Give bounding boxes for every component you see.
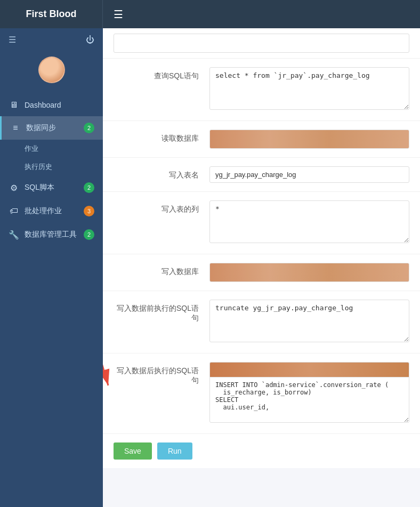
job-label: 作业 xyxy=(25,144,38,152)
label-post-write-sql: 写入数据后执行的SQL语句 xyxy=(114,362,209,385)
wrench-icon: 🔧 xyxy=(9,230,19,240)
button-row: Save Run xyxy=(103,434,420,468)
sidebar: ☰ ⏻ 🖥 Dashboard ≡ 数据同步 2 作业 执行历史 ⚙ SQL脚本… xyxy=(0,28,103,507)
form-row-pre-write-sql: 写入数据前执行的SQL语句 xyxy=(103,291,420,353)
brand-title: First Blood xyxy=(0,0,103,28)
sidebar-item-sql-script[interactable]: ⚙ SQL脚本 2 xyxy=(0,176,103,199)
form-row-query-sql: 查询SQL语句 xyxy=(103,59,420,121)
sidebar-item-data-sync[interactable]: ≡ 数据同步 2 xyxy=(0,116,103,140)
label-read-db: 读取数据库 xyxy=(114,130,209,143)
label-query-sql: 查询SQL语句 xyxy=(114,67,209,81)
sql-script-badge: 2 xyxy=(84,182,94,193)
save-button[interactable]: Save xyxy=(114,442,152,460)
post-write-sql-wrap: INSERT INTO `admin-service`.conversion_r… xyxy=(209,362,409,425)
form-row-write-table: 写入表名 xyxy=(103,158,420,192)
sidebar-item-label: 数据同步 xyxy=(26,123,84,133)
query-sql-input[interactable] xyxy=(209,67,409,110)
sync-icon: ≡ xyxy=(10,123,21,133)
sidebar-top-actions: ☰ ⏻ xyxy=(0,28,103,51)
partial-input-display xyxy=(114,34,409,53)
sidebar-item-label: 批处理作业 xyxy=(25,206,84,216)
data-sync-badge: 2 xyxy=(84,123,94,133)
tag-icon: 🏷 xyxy=(9,206,19,216)
exec-history-label: 执行历史 xyxy=(25,163,52,171)
form-row-read-db: 读取数据库 xyxy=(103,121,420,158)
label-write-db: 写入数据库 xyxy=(114,263,209,277)
query-sql-wrap xyxy=(209,67,409,112)
sidebar-item-label: SQL脚本 xyxy=(25,183,84,192)
sidebar-item-dashboard[interactable]: 🖥 Dashboard xyxy=(0,94,103,116)
sidebar-avatar xyxy=(0,51,103,94)
main-layout: ☰ ⏻ 🖥 Dashboard ≡ 数据同步 2 作业 执行历史 ⚙ SQL脚本… xyxy=(0,28,420,507)
write-db-masked[interactable] xyxy=(209,263,409,282)
read-db-masked[interactable] xyxy=(209,130,409,149)
sidebar-item-label: 数据库管理工具 xyxy=(25,230,84,239)
write-columns-wrap xyxy=(209,200,409,245)
sidebar-item-db-tools[interactable]: 🔧 数据库管理工具 2 xyxy=(0,223,103,246)
sidebar-item-job[interactable]: 作业 xyxy=(0,140,103,158)
power-button[interactable]: ⏻ xyxy=(86,35,94,45)
post-write-sql-input[interactable]: INSERT INTO `admin-service`.conversion_r… xyxy=(209,377,409,423)
sidebar-item-batch-job[interactable]: 🏷 批处理作业 3 xyxy=(0,199,103,223)
partial-top-row xyxy=(103,28,420,59)
avatar-image xyxy=(39,58,64,82)
label-write-columns: 写入表的列 xyxy=(114,200,209,214)
post-write-sql-masked-top xyxy=(209,362,409,377)
label-write-table: 写入表名 xyxy=(114,166,209,180)
db-tools-badge: 2 xyxy=(84,229,94,240)
write-table-input[interactable] xyxy=(209,166,409,183)
sidebar-item-exec-history[interactable]: 执行历史 xyxy=(0,158,103,176)
batch-job-badge: 3 xyxy=(84,206,94,216)
content-area: 查询SQL语句 读取数据库 写入表名 写入表的 xyxy=(103,28,420,507)
sidebar-item-label: Dashboard xyxy=(25,101,94,109)
write-columns-input[interactable] xyxy=(209,200,409,243)
form-row-post-write-sql: 写入数据后执行的SQL语句 INSERT INTO `admin-service… xyxy=(103,353,420,434)
hamburger-menu-button[interactable]: ☰ xyxy=(103,8,134,21)
label-pre-write-sql: 写入数据前执行的SQL语句 xyxy=(114,300,209,323)
pre-write-sql-input[interactable] xyxy=(209,300,409,342)
form-row-write-db: 写入数据库 xyxy=(103,254,420,291)
form-row-write-columns: 写入表的列 xyxy=(103,192,420,254)
top-header: First Blood ☰ xyxy=(0,0,420,28)
pre-write-sql-wrap xyxy=(209,300,409,344)
run-button[interactable]: Run xyxy=(157,442,192,460)
monitor-icon: 🖥 xyxy=(9,100,19,110)
read-db-wrap xyxy=(209,130,409,149)
gear-icon: ⚙ xyxy=(9,183,19,193)
avatar xyxy=(38,57,65,83)
write-db-wrap xyxy=(209,263,409,282)
form-container: 查询SQL语句 读取数据库 写入表名 写入表的 xyxy=(103,28,420,468)
write-table-wrap xyxy=(209,166,409,183)
sidebar-menu-button[interactable]: ☰ xyxy=(9,35,16,45)
